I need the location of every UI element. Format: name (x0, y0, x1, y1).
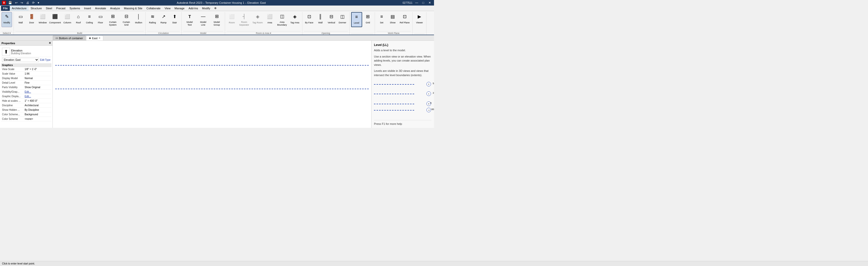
menu-view[interactable]: View (162, 6, 173, 11)
prop-value-visibilitygrap[interactable]: Edit... (25, 90, 51, 93)
ribbon-btn-roomseparator[interactable]: ┤ Room Separator (238, 12, 251, 27)
ribbon-btn-mullion[interactable]: │ Mullion (133, 12, 144, 27)
view-tab-bottomcontainer[interactable]: ▭ Bottom of container (53, 35, 86, 40)
ribbon-btn-tagroom[interactable]: ◈ Tag Room (251, 12, 264, 27)
roomarea-group-label[interactable]: Room & Area ▾ (226, 31, 301, 35)
ribbon-btn-railing[interactable]: ≋ Railing (147, 12, 158, 27)
menu-analyze[interactable]: Analyze (108, 6, 122, 11)
prop-value-hideatscales[interactable]: 1" = 400'-0" (25, 99, 51, 102)
prop-view-select[interactable]: Elevation: East (2, 58, 39, 62)
ribbon-btn-tagarea[interactable]: ◈ Tag Area (289, 12, 301, 27)
ribbon-btn-vertical[interactable]: ⊟ Vertical (326, 12, 337, 27)
ribbon-btn-level[interactable]: ≡ Level (351, 12, 362, 27)
prop-type-info: Elevation Building Elevation (11, 49, 31, 55)
ribbon-btn-refplane[interactable]: ⊡ Ref Plane (399, 12, 411, 27)
prop-value-colorscheme2[interactable]: <none> (25, 118, 51, 120)
qat-save[interactable]: 💾 (7, 1, 13, 4)
prop-edit-type[interactable]: Edit Type (40, 59, 51, 61)
ribbon-btn-show[interactable]: ▤ Show (388, 12, 398, 27)
menu-contextual[interactable]: ⊕ (212, 6, 218, 11)
level-value-neg1: -500 (431, 108, 434, 111)
prop-type-name: Elevation (11, 49, 31, 52)
prop-value-viewscale[interactable]: 1/8" = 1'-0" (25, 68, 51, 70)
qat-dropdown[interactable]: ▾ (37, 1, 40, 4)
ribbon-btn-modify[interactable]: ✎ Modify (1, 12, 12, 27)
help-link[interactable]: Press F1 for more help (374, 120, 432, 125)
ribbon-btn-curtainsystem[interactable]: ⊞ Curtain System (106, 12, 119, 27)
ribbon-btn-modelline[interactable]: — Model Line (197, 12, 210, 27)
tagroom-label: Tag Room (252, 21, 263, 24)
prop-value-partsvisibility[interactable]: Show Original (25, 86, 51, 89)
ceiling-icon: ≡ (85, 13, 93, 21)
ribbon-btn-wall[interactable]: ▭ Wall (15, 12, 26, 27)
menu-architecture[interactable]: Architecture (10, 6, 29, 11)
ribbon-btn-curtaingrid[interactable]: ⊟ Curtain Grid (120, 12, 133, 27)
ribbon-btn-dormer[interactable]: ◫ Dormer (337, 12, 348, 27)
menu-modify[interactable]: Modify (200, 6, 212, 11)
ribbon-btn-ramp[interactable]: ↗ Ramp (158, 12, 169, 27)
titlebar-title: Autodesk Revit 2023 – Temporary Containe… (40, 1, 403, 4)
menu-structure[interactable]: Structure (29, 6, 44, 11)
minimize-button[interactable]: — (414, 0, 419, 5)
properties-close[interactable]: ✕ (49, 41, 51, 45)
qat-redo[interactable]: ↪ (20, 1, 24, 4)
component-icon: ⬛ (51, 13, 59, 21)
railing-icon: ≋ (149, 13, 156, 21)
ribbon-btn-stair[interactable]: ⬆ Stair (169, 12, 180, 27)
menu-addins[interactable]: Add-Ins (187, 6, 200, 11)
qat-undo[interactable]: ↩ (14, 1, 18, 4)
canvas-area[interactable] (53, 41, 371, 128)
grid-icon: ⊞ (364, 13, 372, 21)
prop-value-colorscheme1[interactable]: Background (25, 113, 51, 116)
select-group-label[interactable]: Select ▾ (1, 31, 12, 35)
prop-label-hideatscales: Hide at scales ... (2, 99, 25, 102)
close-button[interactable]: ✕ (428, 0, 432, 5)
modelline-icon: — (199, 13, 207, 20)
menu-manage[interactable]: Manage (173, 6, 187, 11)
byface-icon: ⊡ (305, 13, 313, 21)
ribbon-btn-grid[interactable]: ⊞ Grid (363, 12, 373, 27)
menu-annotate[interactable]: Annotate (93, 6, 108, 11)
prop-value-discipline[interactable]: Architectural (25, 104, 51, 107)
tagroom-icon: ◈ (254, 13, 262, 21)
menu-collaborate[interactable]: Collaborate (145, 6, 162, 11)
modeltext-label: Model Text (184, 21, 195, 26)
prop-value-detaillevel[interactable]: Fine (25, 81, 51, 84)
ribbon-btn-column[interactable]: ⬜ Column (62, 12, 72, 27)
ribbon-btn-viewer[interactable]: ▶ Viewer (414, 12, 425, 27)
ribbon-btn-set[interactable]: ≡ Set (376, 12, 387, 27)
view-tab-east-close[interactable]: ✕ (98, 37, 100, 39)
ribbon-btn-ceiling[interactable]: ≡ Ceiling (84, 12, 95, 27)
menu-massing[interactable]: Massing & Site (122, 6, 145, 11)
viewer-group-label (414, 34, 425, 35)
ribbon-btn-room[interactable]: ⬜ Room (226, 12, 237, 27)
modelgroup-icon: ⊞ (213, 13, 221, 20)
ribbon-btn-modeltext[interactable]: T Model Text (183, 12, 196, 27)
menu-steel[interactable]: Steel (44, 6, 54, 11)
ribbon-btn-modelgroup[interactable]: ⊞ Model Group (210, 12, 223, 27)
qat-sync[interactable]: ⟳ (31, 1, 35, 4)
ribbon-btn-area[interactable]: ⬜ Area (265, 12, 275, 27)
ribbon-btn-window[interactable]: ⬜ Window (37, 12, 48, 27)
prop-row-hideatscales: Hide at scales ... 1" = 400'-0" (1, 99, 52, 103)
ribbon-btn-floor[interactable]: ▭ Floor (95, 12, 106, 27)
ribbon-btn-roof[interactable]: ⌂ Roof (73, 12, 84, 27)
menu-insert[interactable]: Insert (82, 6, 93, 11)
titlebar-left: R 💾 ↩ ↪ 🖨 ⟳ ▾ (2, 1, 40, 5)
prop-value-displaymodel[interactable]: Normal (25, 77, 51, 80)
qat-print[interactable]: 🖨 (25, 1, 30, 4)
menu-file[interactable]: File (1, 6, 10, 11)
ribbon-btn-areaboundary[interactable]: ◫ Area Boundary (276, 12, 288, 27)
ribbon-btn-wallopen[interactable]: ║ Wall (315, 12, 326, 27)
ribbon-btn-door[interactable]: 🚪 Door (26, 12, 37, 27)
prop-row-detaillevel: Detail Level Fine (1, 81, 52, 85)
maximize-button[interactable]: □ (421, 0, 426, 5)
prop-value-showhidden[interactable]: By Discipline (25, 109, 51, 111)
modify-label: Modify (3, 21, 10, 24)
menu-precast[interactable]: Precast (54, 6, 67, 11)
menu-systems[interactable]: Systems (68, 6, 82, 11)
prop-value-graphicdispla[interactable]: Edit... (25, 95, 51, 98)
view-tab-east[interactable]: ◈ East ✕ (86, 35, 103, 40)
ribbon-btn-component[interactable]: ⬛ Component (49, 12, 62, 27)
ribbon-btn-byface[interactable]: ⊡ By Face (304, 12, 315, 27)
